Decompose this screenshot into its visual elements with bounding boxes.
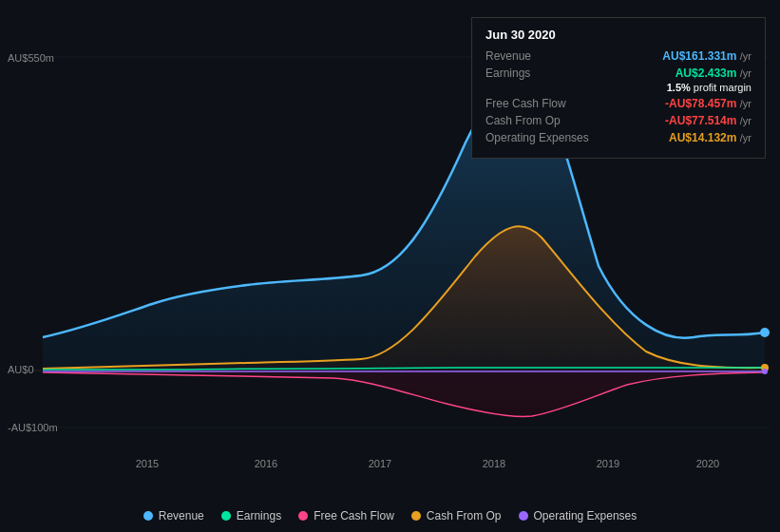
legend-item-cfo[interactable]: Cash From Op (411, 509, 502, 522)
svg-text:2016: 2016 (255, 458, 277, 469)
tooltip-opex-label: Operating Expenses (485, 131, 589, 144)
legend-label-opex: Operating Expenses (534, 509, 637, 522)
svg-text:AU$550m: AU$550m (8, 52, 54, 64)
svg-text:AU$0: AU$0 (8, 364, 34, 375)
tooltip-fcf-label: Free Cash Flow (485, 97, 566, 110)
tooltip-revenue-value: AU$161.331m /yr (662, 49, 751, 63)
tooltip-earnings-row: Earnings AU$2.433m /yr (485, 66, 751, 80)
tooltip-card: Jun 30 2020 Revenue AU$161.331m /yr Earn… (471, 17, 766, 159)
legend-dot-fcf (298, 511, 308, 521)
legend-dot-opex (519, 511, 528, 521)
svg-text:2015: 2015 (136, 458, 159, 469)
legend-label-revenue: Revenue (159, 509, 204, 522)
legend-label-cfo: Cash From Op (427, 509, 502, 522)
tooltip-opex-row: Operating Expenses AU$14.132m /yr (485, 131, 751, 144)
tooltip-profit-margin: 1.5% profit margin (485, 82, 751, 93)
legend-label-earnings: Earnings (237, 509, 281, 522)
tooltip-opex-value: AU$14.132m /yr (669, 131, 751, 144)
tooltip-cfo-value: -AU$77.514m /yr (665, 114, 751, 127)
chart-legend: Revenue Earnings Free Cash Flow Cash Fro… (0, 509, 780, 522)
tooltip-revenue-row: Revenue AU$161.331m /yr (485, 49, 751, 63)
legend-item-revenue[interactable]: Revenue (143, 509, 204, 522)
svg-text:2017: 2017 (369, 458, 391, 469)
legend-dot-revenue (143, 511, 153, 521)
tooltip-date: Jun 30 2020 (485, 28, 751, 42)
tooltip-revenue-label: Revenue (485, 49, 531, 63)
svg-text:-AU$100m: -AU$100m (8, 422, 58, 433)
svg-point-4 (760, 328, 770, 337)
tooltip-cfo-row: Cash From Op -AU$77.514m /yr (485, 114, 751, 127)
tooltip-cfo-label: Cash From Op (485, 114, 561, 127)
tooltip-fcf-row: Free Cash Flow -AU$78.457m /yr (485, 97, 751, 110)
legend-item-opex[interactable]: Operating Expenses (519, 509, 637, 522)
svg-text:2020: 2020 (696, 458, 719, 469)
svg-text:2019: 2019 (597, 458, 619, 469)
legend-item-earnings[interactable]: Earnings (221, 509, 281, 522)
tooltip-fcf-value: -AU$78.457m /yr (665, 97, 751, 110)
legend-dot-cfo (411, 511, 421, 521)
tooltip-earnings-label: Earnings (485, 66, 530, 80)
legend-dot-earnings (221, 511, 231, 521)
legend-item-fcf[interactable]: Free Cash Flow (298, 509, 394, 522)
tooltip-earnings-value: AU$2.433m /yr (675, 66, 751, 80)
svg-point-6 (762, 369, 768, 374)
legend-label-fcf: Free Cash Flow (314, 509, 394, 522)
svg-text:2018: 2018 (483, 458, 505, 469)
